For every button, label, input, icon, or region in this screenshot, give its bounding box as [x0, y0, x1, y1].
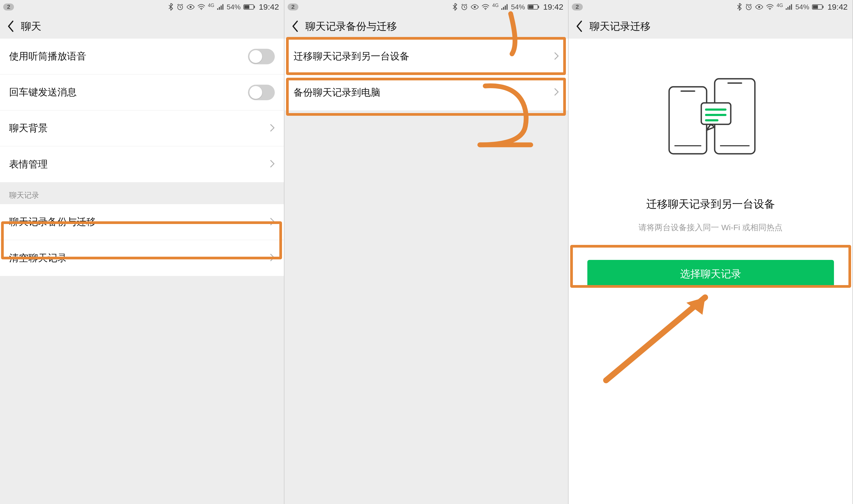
svg-rect-9 [254, 6, 255, 8]
toggle-earpiece[interactable] [248, 49, 275, 64]
migrate-subtitle: 请将两台设备接入同一 Wi-Fi 或相同热点 [639, 222, 782, 233]
svg-rect-18 [529, 5, 534, 8]
migrate-body: 迁移聊天记录到另一台设备 请将两台设备接入同一 Wi-Fi 或相同热点 选择聊天… [569, 39, 852, 504]
row-sticker-manage[interactable]: 表情管理 [0, 146, 284, 182]
signal-icon [501, 4, 508, 10]
back-button[interactable] [574, 21, 585, 32]
options-list: 迁移聊天记录到另一台设备 备份聊天记录到电脑 [284, 39, 568, 110]
row-label: 迁移聊天记录到另一台设备 [294, 50, 409, 63]
page-title: 聊天 [21, 20, 41, 33]
row-earpiece-playback[interactable]: 使用听筒播放语音 [0, 39, 284, 74]
svg-rect-5 [220, 6, 222, 10]
bluetooth-icon [736, 3, 742, 11]
chevron-right-icon [270, 218, 275, 227]
battery-icon [528, 4, 539, 10]
notification-count-badge: 2 [288, 3, 298, 11]
row-clear-history[interactable]: 清空聊天记录 [0, 240, 284, 276]
svg-point-2 [201, 9, 202, 10]
alarm-icon [745, 3, 752, 11]
notification-count-badge: 2 [3, 3, 14, 11]
row-chat-background[interactable]: 聊天背景 [0, 110, 284, 146]
row-label: 备份聊天记录到电脑 [294, 86, 380, 99]
eye-icon [755, 4, 763, 10]
panel-backup-migrate: 2 4G 54% 19:42 聊天记录备份与迁移 迁移聊天记录到另一台设备 备份… [284, 0, 569, 504]
svg-rect-4 [219, 7, 220, 10]
network-label: 4G [492, 3, 499, 8]
svg-rect-6 [222, 4, 223, 10]
chevron-right-icon [554, 52, 559, 61]
svg-rect-24 [787, 7, 788, 10]
battery-percent: 54% [227, 3, 241, 11]
clock-time: 19:42 [543, 2, 563, 12]
panel-chat-settings: 2 4G 54% 19:42 聊天 使用听筒播放语音 回车键发送消息 [0, 0, 284, 504]
network-label: 4G [208, 3, 214, 8]
alarm-icon [461, 3, 468, 11]
settings-list-2: 聊天记录备份与迁移 清空聊天记录 [0, 204, 284, 276]
row-label: 使用听筒播放语音 [9, 50, 86, 63]
wifi-icon [481, 4, 490, 10]
back-button[interactable] [290, 21, 301, 32]
bluetooth-icon [168, 3, 174, 11]
svg-rect-3 [217, 8, 218, 10]
row-label: 回车键发送消息 [9, 86, 77, 99]
two-phones-illustration [661, 73, 760, 159]
header: 聊天 [0, 14, 284, 39]
row-backup-pc[interactable]: 备份聊天记录到电脑 [284, 74, 568, 110]
signal-icon [217, 4, 224, 10]
clock-time: 19:42 [259, 2, 279, 12]
wifi-icon [766, 4, 774, 10]
back-button[interactable] [5, 21, 16, 32]
eye-icon [186, 4, 195, 10]
status-bar: 2 4G 54% 19:42 [0, 0, 284, 14]
battery-percent: 54% [511, 3, 525, 11]
svg-rect-28 [813, 5, 818, 8]
status-bar: 2 4G 54% 19:42 [569, 0, 852, 14]
battery-icon [812, 4, 824, 10]
network-label: 4G [777, 3, 783, 8]
wifi-icon [197, 4, 205, 10]
toggle-enter-send[interactable] [248, 85, 275, 100]
row-label: 表情管理 [9, 158, 48, 171]
row-enter-to-send[interactable]: 回车键发送消息 [0, 74, 284, 110]
row-migrate-device[interactable]: 迁移聊天记录到另一台设备 [284, 39, 568, 74]
notification-count-badge: 2 [572, 3, 583, 11]
chevron-right-icon [554, 88, 559, 97]
alarm-icon [176, 3, 184, 11]
battery-percent: 54% [795, 3, 809, 11]
svg-rect-29 [823, 6, 823, 8]
eye-icon [471, 4, 479, 10]
svg-point-21 [758, 6, 760, 8]
page-title: 聊天记录备份与迁移 [305, 20, 397, 33]
chevron-right-icon [270, 160, 275, 169]
row-label: 聊天背景 [9, 122, 48, 135]
panel-migrate: 2 4G 54% 19:42 聊天记录迁移 [569, 0, 853, 504]
row-label: 清空聊天记录 [9, 252, 67, 265]
select-chat-history-button[interactable]: 选择聊天记录 [587, 260, 834, 288]
header: 聊天记录备份与迁移 [284, 14, 568, 39]
row-backup-migrate[interactable]: 聊天记录备份与迁移 [0, 204, 284, 240]
svg-rect-23 [786, 8, 787, 10]
svg-rect-16 [507, 4, 508, 10]
svg-point-1 [190, 6, 192, 8]
svg-point-11 [474, 6, 476, 8]
page-title: 聊天记录迁移 [589, 20, 651, 33]
row-label: 聊天记录备份与迁移 [9, 215, 96, 229]
chevron-right-icon [270, 253, 275, 263]
svg-rect-8 [244, 5, 249, 8]
migrate-heading: 迁移聊天记录到另一台设备 [646, 197, 775, 211]
bluetooth-icon [452, 3, 458, 11]
svg-rect-26 [791, 4, 792, 10]
status-bar: 2 4G 54% 19:42 [284, 0, 568, 14]
signal-icon [786, 4, 793, 10]
clock-time: 19:42 [828, 2, 848, 12]
chevron-right-icon [270, 124, 275, 133]
battery-icon [244, 4, 255, 10]
svg-rect-19 [538, 6, 539, 8]
header: 聊天记录迁移 [569, 14, 852, 39]
svg-rect-15 [505, 6, 506, 10]
svg-rect-13 [501, 8, 502, 10]
svg-rect-25 [789, 6, 790, 10]
settings-list: 使用听筒播放语音 回车键发送消息 聊天背景 表情管理 [0, 39, 284, 182]
svg-point-22 [769, 9, 770, 10]
svg-rect-14 [503, 7, 504, 10]
